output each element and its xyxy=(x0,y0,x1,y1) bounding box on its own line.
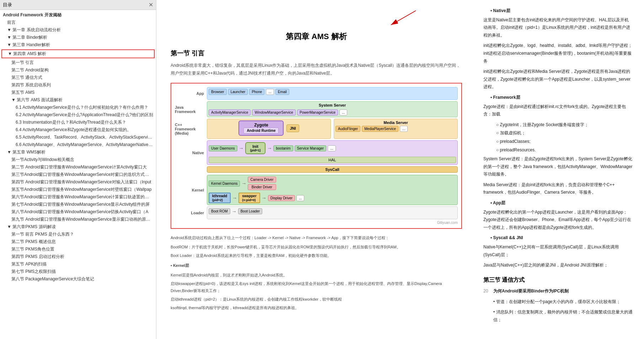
sidebar-item-ch4-s6-2[interactable]: 6.2 ActivityManagerService是什么?Applicatio… xyxy=(0,111,156,119)
sidebar-item-ch5[interactable]: ▼ 第五章 WMS解析 xyxy=(0,149,156,156)
cpp-fw-label: C++ Framework (Media) xyxy=(175,119,207,139)
sidebar-item-ch4-s2[interactable]: 第二节 Android架构 xyxy=(0,66,156,74)
audioflingeR-box: AudioFlinger xyxy=(336,126,360,132)
syscall-row: SysCall xyxy=(175,166,458,173)
zygote-row: Zygote Android Runtime JNI xyxy=(238,120,299,136)
sidebar-item-ch4-s6[interactable]: ▼ 第六节 AMS 面试题解析 xyxy=(0,96,156,104)
email-box: Email xyxy=(275,89,289,95)
kernel-arrow2: → xyxy=(232,195,237,201)
sidebar-item-ch2[interactable]: ▼ 第二章 Binder解析 xyxy=(0,34,156,41)
framework-desc3: Media Server进程：是由init进程fork出来的，负责启动和管理整个… xyxy=(483,181,633,197)
app-label: App xyxy=(175,87,207,100)
kernel-label: Kernel xyxy=(175,175,207,205)
sidebar-item-ch5-s2[interactable]: 第二节 Android窗口管理服务WindowManagerService计算A… xyxy=(0,163,156,171)
framework-sub3: ○ preloadClasses; xyxy=(496,138,633,146)
kswapd-desc: ksofttirqd, thermal等内核守护进程，kthreadd进程是所有… xyxy=(171,305,462,312)
zygote-label: Zygote xyxy=(243,123,279,128)
mediaplayerservice-box: MediaPlayerService xyxy=(362,126,398,132)
media-server-boxes: AudioFlinger MediaPlayerService ... xyxy=(336,126,456,132)
native-arrow1: → xyxy=(239,145,244,151)
binder-driver-box: Binder Driver xyxy=(248,184,276,190)
sidebar-item-ch5-s8[interactable]: 第八节Android窗口管理服务WindowManagerService切换Ac… xyxy=(0,208,156,216)
display-driver-box: Display Driver xyxy=(268,195,295,201)
framework-desc2: System Server进程：是由Zygote进程fork出来的，System… xyxy=(483,155,633,178)
loader-label: Loader xyxy=(175,206,207,219)
loader-boxes: Boot ROM → Boot Loader xyxy=(209,208,456,214)
sidebar-item-ch4-s6-5[interactable]: 6.5 ActivityRecord、TaskRecord、ActivitySt… xyxy=(0,134,156,141)
sidebar-item-ch4-s5[interactable]: 第五节 AMS xyxy=(0,89,156,96)
framework-sub4: ○ preloadResources. xyxy=(496,146,633,154)
sidebar-item-ch5-s9[interactable]: 第九节 Android窗口管理服务WindowManagerService显示窗… xyxy=(0,216,156,223)
watermark: Gitiyuan.com xyxy=(175,221,458,225)
section3-row: 20 为何Android要采用Binder作为IPC机制 • 管道：在创建时分配… xyxy=(483,287,633,327)
sidebar-item-ch5-s1[interactable]: 第一节Activity与Window相关概念 xyxy=(0,156,156,163)
init-label: Init xyxy=(250,144,261,149)
sidebar-item-ch6-s1[interactable]: 第一节 前言 PKMS 是什么东西？ xyxy=(0,231,156,238)
launcher-box: Launcher xyxy=(228,89,248,95)
close-button[interactable]: ✕ xyxy=(149,1,153,8)
annotation-arrow xyxy=(363,7,434,28)
media-server-title: Media Server xyxy=(336,120,456,125)
right-panel: • Native层 这里是Native层主要包含init进程化来的用户空间的守护… xyxy=(476,0,640,339)
browser-box: Browser xyxy=(209,89,227,95)
sidebar-item-ch4-s6-6[interactable]: 6.6 ActivityManager、ActivityManagerServi… xyxy=(0,141,156,149)
sidebar-title: 目录 xyxy=(3,2,12,8)
app-layer-title: • App层 xyxy=(490,199,633,207)
hal-row: HAL xyxy=(209,157,456,163)
kernel-arrow3: → xyxy=(262,195,267,201)
sidebar-item-ch4-s6-3[interactable]: 6.3 Instrumentation是什么？和ActivityThread是什… xyxy=(0,119,156,126)
sidebar-item-ch4[interactable]: ▼ 第四章 AMS 解析 xyxy=(1,49,155,58)
sidebar-item-ch6-s2[interactable]: 第二节 PKMS 概述信息 xyxy=(0,238,156,246)
sidebar-item-root[interactable]: Android Framework 开发揭秘 xyxy=(0,11,156,19)
init-box: Init (pid=1) xyxy=(245,142,266,154)
sidebar-item-ch4-s3[interactable]: 第三节 通信方式 xyxy=(0,74,156,81)
bootloader-text: Boot Loader：这是Android系统起来的引导程序，主要是检查RAM，… xyxy=(171,252,462,259)
section3-line-number: 20 xyxy=(483,287,490,295)
sidebar-item-ch6-s6[interactable]: 第七节 PMS之权限扫描 xyxy=(0,268,156,275)
sidebar-item-ch6-s7[interactable]: 第八节 PackageManagerService大综合笔记 xyxy=(0,275,156,283)
boot-loader-box: Boot Loader xyxy=(238,208,263,214)
sidebar-item-ch4-s4[interactable]: 第四节 系统启动系列 xyxy=(0,81,156,89)
sidebar-item-ch3[interactable]: ▼ 第三章 Handler解析 xyxy=(0,41,156,49)
framework-desc1: Zygote进程：是由init进程通过解析init.rc文件fork生成的。Zy… xyxy=(483,103,633,118)
loader-content: Boot ROM → Boot Loader xyxy=(207,206,458,219)
wms-box: WindowManagerService xyxy=(252,109,295,115)
sidebar-item-ch5-s6[interactable]: 第六节Android窗口管理服务WindowManagerService计算窗口… xyxy=(0,193,156,201)
sidebar-item-ch4-s6-1[interactable]: 6.1 ActivityManagerService是什么？什么时候初始化的？有… xyxy=(0,104,156,111)
sidebar-item-ch5-s4[interactable]: 第四节 Android窗口管理服务WindowManagerService对输入… xyxy=(0,178,156,186)
sidebar-item-preface[interactable]: 前言 xyxy=(0,19,156,26)
kernel-section: • Kernel层 xyxy=(171,262,462,269)
jni-desc: Java层与Native(C++)层之间的桥梁JNI，是Android JNI原… xyxy=(483,262,633,269)
cpp-left: Zygote Android Runtime JNI xyxy=(207,119,331,139)
sidebar-item-ch5-s5[interactable]: 第五节Android窗口管理服务WindowManagerService对壁纸窗… xyxy=(0,186,156,193)
intro-text: Android系统非常庞大，错综复杂，其底层是采用Linux作为基础，上层采用包… xyxy=(171,62,462,77)
app-dot-box: ... xyxy=(266,89,274,95)
system-server-boxes: ActivityManagerService WindowManagerServ… xyxy=(209,109,456,115)
native-content: User Daemons → Init (pid=1) → bootanim S… xyxy=(207,140,458,165)
cpp-fw-content: Zygote Android Runtime JNI Media Server … xyxy=(207,119,458,139)
sidebar-item-ch6-s4[interactable]: 第四节 PKMS 启动过程分析 xyxy=(0,253,156,260)
sidebar-item-ch5-s3[interactable]: 第三节Android窗口管理服务WindowManagerService对窗口的… xyxy=(0,171,156,178)
native-boxes: User Daemons → Init (pid=1) → bootanim S… xyxy=(209,142,456,154)
sidebar-item-ch5-s7[interactable]: 第七节Android窗口管理服务WindowManagerService显示Ac… xyxy=(0,201,156,208)
native-layer-title: • Native层 xyxy=(490,7,633,15)
sidebar-item-ch6-s5[interactable]: 第五节 APK的扫描 xyxy=(0,260,156,268)
app-desc: Zygote进程孵化出的第一个App进程是Launcher，这是用户看到的桌面A… xyxy=(483,209,633,232)
loader-arrow: → xyxy=(232,209,237,214)
sidebar-item-ch1[interactable]: ▼ 第一章 系统启动流程分析 xyxy=(0,26,156,34)
kernel-arrow1: → xyxy=(241,181,246,186)
service-manager-box: Service Manager xyxy=(295,145,327,151)
loader-layer-row: Loader Boot ROM → Boot Loader xyxy=(175,206,458,219)
sidebar-item-ch6[interactable]: ▼ 第六章PKMS 源码解读 xyxy=(0,223,156,231)
jni-box: JNI xyxy=(286,124,299,132)
sidebar-item-ch4-s1[interactable]: 第一节 引言 xyxy=(0,59,156,66)
architecture-diagram: App Browser Launcher Phone ... Email Jav… xyxy=(171,83,462,229)
kthreadd-desc: 启动kthreadd进程（pid=2）：是Linux系统的内核进程，会创建内核工… xyxy=(171,296,462,303)
kernel-top-row: Kernel Daemons → Camera Driver Binder Dr… xyxy=(209,177,456,190)
kernel-layer-row: Kernel Kernel Daemons → Camera Driver Bi… xyxy=(175,175,458,205)
native-arrow2: → xyxy=(267,145,272,151)
kernel-bottom-row: kthreadd(pid=2) → swapper(n:pid=0) → Dis… xyxy=(209,193,456,203)
section3-desc3: • 消息队列：信息复制两次，额外的内核开销；不合适频繁或信息量大的通信； xyxy=(493,308,633,324)
sidebar-item-ch4-s6-4[interactable]: 6.4 ActivityManagerService和Zygote进程通信是如何… xyxy=(0,126,156,134)
sidebar-item-ch6-s3[interactable]: 第三节 PKMS角色位置 xyxy=(0,246,156,253)
